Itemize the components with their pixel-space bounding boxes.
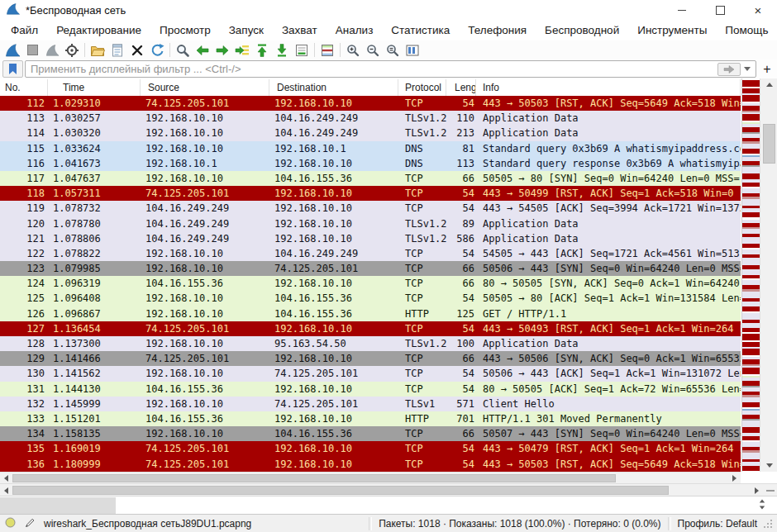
zoom-out-icon[interactable] xyxy=(363,41,383,59)
packet-row[interactable]: 1191.078732104.16.249.249192.168.10.10TC… xyxy=(0,201,741,216)
column-header-protocol[interactable]: Protocol xyxy=(398,79,446,96)
close-file-icon[interactable] xyxy=(127,41,147,59)
packet-row[interactable]: 1121.02931074.125.205.101192.168.10.10TC… xyxy=(0,96,741,111)
column-header-destination[interactable]: Destination xyxy=(269,79,398,96)
packet-row[interactable]: 1201.078780104.16.249.249192.168.10.10TL… xyxy=(0,216,741,231)
zoom-original-icon[interactable] xyxy=(383,41,403,59)
reload-file-icon[interactable] xyxy=(147,41,167,59)
filter-bookmark-icon[interactable] xyxy=(2,60,23,78)
start-capture-icon[interactable] xyxy=(2,41,22,59)
main-toolbar xyxy=(0,40,777,60)
menu-edit[interactable]: Редактирование xyxy=(47,21,150,39)
resize-columns-icon[interactable] xyxy=(403,41,422,59)
menu-analyze[interactable]: Анализ xyxy=(327,21,383,39)
capture-options-gear-icon[interactable] xyxy=(62,41,82,59)
menu-view[interactable]: Просмотр xyxy=(150,21,220,39)
menu-help[interactable]: Помощь xyxy=(716,21,777,39)
vertical-scrollbar-thumb[interactable] xyxy=(763,124,775,164)
packet-row[interactable]: 1231.079985192.168.10.1074.125.205.101TC… xyxy=(0,261,741,276)
hscroll-left-icon[interactable] xyxy=(0,473,12,484)
profile-label[interactable]: Профиль: Default xyxy=(678,518,758,530)
cell-info: 443 → 54505 [ACK] Seq=3994 Ack=1721 Win=… xyxy=(476,201,741,216)
resize-grip[interactable] xyxy=(764,520,772,528)
packet-row[interactable]: 1141.030320192.168.10.10104.16.249.249TL… xyxy=(0,126,741,140)
packet-row[interactable]: 1261.096867192.168.10.10104.16.155.36HTT… xyxy=(0,306,741,321)
cell-destination: 192.168.10.10 xyxy=(269,201,398,216)
menu-statistics[interactable]: Статистика xyxy=(382,21,459,39)
packet-row[interactable]: 1271.13645474.125.205.101192.168.10.10TC… xyxy=(0,321,741,336)
capture-comment-pen-icon[interactable] xyxy=(24,517,36,531)
packet-row[interactable]: 1361.18099974.125.205.101192.168.10.10TC… xyxy=(0,457,741,472)
close-button[interactable]: × xyxy=(739,0,777,20)
cell-no: 126 xyxy=(0,306,48,321)
column-header-source[interactable]: Source xyxy=(141,79,269,96)
packet-row[interactable]: 1341.158135192.168.10.10104.16.155.36TCP… xyxy=(0,426,741,441)
packet-row[interactable]: 1161.041673192.168.10.1192.168.10.10DNS1… xyxy=(0,156,741,171)
hscroll-right-icon[interactable] xyxy=(728,473,741,484)
hscrollbar-thumb[interactable] xyxy=(12,474,616,482)
go-to-first-icon[interactable] xyxy=(252,41,272,59)
pane-spinner-icons[interactable] xyxy=(759,499,765,510)
display-filter-input[interactable] xyxy=(29,62,717,76)
splitter-grip[interactable] xyxy=(763,484,777,496)
pane-hscrollbar[interactable] xyxy=(0,483,777,496)
column-header-info[interactable]: Info xyxy=(476,79,741,96)
find-packet-icon[interactable] xyxy=(173,41,193,59)
packet-row[interactable]: 1151.033624192.168.10.10192.168.10.1DNS8… xyxy=(0,141,741,156)
packet-row[interactable]: 1241.096319104.16.155.36192.168.10.10TCP… xyxy=(0,276,741,291)
column-header-time[interactable]: Time xyxy=(48,79,141,96)
packet-row[interactable]: 1351.16901974.125.205.101192.168.10.10TC… xyxy=(0,441,741,456)
vertical-scrollbar[interactable] xyxy=(760,78,777,472)
go-forward-icon[interactable] xyxy=(212,41,232,59)
cell-no: 113 xyxy=(0,111,48,126)
packet-row[interactable]: 1331.151201104.16.155.36192.168.10.10HTT… xyxy=(0,411,741,426)
cell-no: 129 xyxy=(0,351,48,366)
go-to-last-icon[interactable] xyxy=(272,41,292,59)
expert-info-icon[interactable] xyxy=(5,517,16,530)
packet-row[interactable]: 1281.137300192.168.10.1095.163.54.50TLSv… xyxy=(0,336,741,351)
packet-row[interactable]: 1181.05731174.125.205.101192.168.10.10TC… xyxy=(0,186,741,201)
minimize-button[interactable] xyxy=(663,0,701,20)
packet-list-hscrollbar[interactable] xyxy=(0,472,741,484)
menu-tools[interactable]: Инструменты xyxy=(628,21,716,39)
open-file-icon[interactable] xyxy=(88,41,107,59)
go-back-icon[interactable] xyxy=(193,41,212,59)
packet-row[interactable]: 1321.145999192.168.10.1074.125.205.101TL… xyxy=(0,397,741,411)
apply-filter-arrow-icon[interactable] xyxy=(717,63,741,76)
hscroll-left-icon[interactable] xyxy=(0,484,12,496)
stop-capture-icon[interactable] xyxy=(22,41,42,59)
menu-telephony[interactable]: Телефония xyxy=(459,21,536,39)
intelligent-scrollbar-minimap[interactable] xyxy=(741,78,760,472)
menu-file[interactable]: Файл xyxy=(2,21,47,39)
packet-row[interactable]: 1251.096408192.168.10.10104.16.155.36TCP… xyxy=(0,291,741,306)
packet-row[interactable]: 1171.047637192.168.10.10104.16.155.36TCP… xyxy=(0,171,741,186)
packet-row[interactable]: 1131.030257192.168.10.10104.16.249.249TL… xyxy=(0,111,741,126)
packet-row[interactable]: 1301.141562192.168.10.1074.125.205.101TC… xyxy=(0,366,741,381)
packet-list: 1121.02931074.125.205.101192.168.10.10TC… xyxy=(0,96,741,472)
cell-no: 134 xyxy=(0,426,48,441)
menu-go[interactable]: Запуск xyxy=(220,21,273,39)
packet-row[interactable]: 1291.14146674.125.205.101192.168.10.10TC… xyxy=(0,351,741,366)
menu-capture[interactable]: Захват xyxy=(273,21,327,39)
zoom-in-icon[interactable] xyxy=(343,41,363,59)
maximize-button[interactable] xyxy=(701,0,739,20)
hscroll-right-icon[interactable] xyxy=(751,484,763,496)
restart-capture-icon[interactable] xyxy=(42,41,62,59)
column-header-length[interactable]: Length xyxy=(446,79,476,96)
packet-row[interactable]: 1211.078806104.16.249.249192.168.10.10TL… xyxy=(0,231,741,246)
save-file-icon[interactable] xyxy=(107,41,127,59)
add-filter-button[interactable]: + xyxy=(760,61,775,77)
display-filter-bar: + xyxy=(0,59,777,78)
auto-scroll-icon[interactable] xyxy=(292,41,312,59)
scroll-up-icon[interactable] xyxy=(760,78,777,91)
menu-wireless[interactable]: Беспроводной xyxy=(536,21,628,39)
colorize-packets-icon[interactable] xyxy=(317,41,337,59)
scroll-down-icon[interactable] xyxy=(760,459,777,472)
cell-info: 443 → 50499 [RST, ACK] Seq=1 Ack=518 Win… xyxy=(476,186,741,201)
go-to-packet-icon[interactable] xyxy=(232,41,252,59)
filter-dropdown-icon[interactable] xyxy=(744,67,751,71)
column-header-no[interactable]: No. xyxy=(0,79,48,96)
packet-row[interactable]: 1311.144130104.16.155.36192.168.10.10TCP… xyxy=(0,382,741,397)
hscrollbar-thumb[interactable] xyxy=(12,486,669,495)
packet-row[interactable]: 1221.078822192.168.10.10104.16.249.249TC… xyxy=(0,246,741,261)
